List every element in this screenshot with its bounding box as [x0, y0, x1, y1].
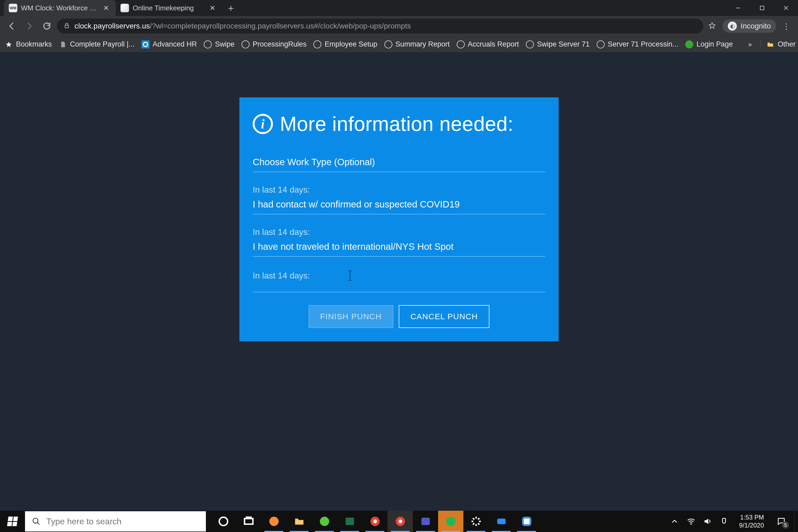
svg-point-19	[446, 517, 455, 526]
bookmarks-overflow-button[interactable]: »	[747, 41, 753, 48]
field-covid-contact[interactable]: In last 14 days: I had contact w/ confir…	[253, 185, 545, 214]
svg-point-20	[474, 519, 478, 523]
incognito-icon: ◐	[728, 22, 737, 31]
bookmarks-bar: Bookmarks Complete Payroll |... Advanced…	[0, 36, 798, 52]
finish-punch-button[interactable]: FINISH PUNCH	[308, 305, 394, 328]
incognito-badge[interactable]: ◐ Incognito	[722, 19, 776, 33]
taskbar-chrome-1[interactable]	[362, 511, 387, 532]
taskbar-search[interactable]	[25, 511, 206, 531]
taskbar-settings[interactable]	[463, 511, 489, 532]
taskbar-spotify[interactable]	[438, 511, 463, 532]
tab-wm-clock[interactable]: WM WM Clock: Workforce Managem ✕	[4, 0, 116, 16]
tab-close-icon[interactable]: ✕	[102, 4, 110, 12]
bookmark-employee-setup[interactable]: Employee Setup	[314, 40, 377, 49]
omnibox[interactable]: clock.payrollservers.us/?wl=completepayr…	[57, 19, 703, 34]
page-viewport: More information needed: Choose Work Typ…	[0, 52, 798, 511]
window-controls	[726, 0, 798, 16]
chrome-menu-button[interactable]: ⋮	[779, 19, 794, 34]
window-maximize-button[interactable]	[750, 0, 774, 16]
tab-strip: WM WM Clock: Workforce Managem ✕ Online …	[0, 0, 238, 16]
taskbar-app-green[interactable]	[312, 511, 337, 532]
window-minimize-button[interactable]	[726, 0, 750, 16]
bookmark-accruals-report[interactable]: Accruals Report	[457, 40, 519, 49]
svg-point-8	[219, 517, 228, 526]
taskbar-file-explorer[interactable]	[286, 511, 312, 532]
cortana-button[interactable]	[211, 511, 236, 532]
page-icon	[59, 40, 67, 49]
tab-favicon	[120, 4, 129, 12]
show-desktop-button[interactable]	[794, 511, 798, 532]
tray-network-icon[interactable]	[687, 517, 696, 526]
login-icon	[685, 40, 693, 49]
taskbar-clock[interactable]: 1:53 PM 9/1/2020	[736, 513, 767, 529]
cancel-punch-button[interactable]: CANCEL PUNCH	[399, 305, 490, 328]
star-icon	[5, 40, 13, 49]
field-work-type[interactable]: Choose Work Type (Optional)	[253, 154, 545, 172]
svg-rect-18	[421, 518, 430, 525]
bookmark-processing-rules[interactable]: ProcessingRules	[242, 40, 307, 49]
bookmark-server-71-processing[interactable]: Server 71 Processin...	[597, 40, 679, 49]
svg-rect-4	[65, 25, 69, 28]
svg-rect-9	[244, 519, 253, 524]
taskbar-zoom[interactable]	[489, 511, 514, 532]
svg-rect-21	[497, 519, 506, 524]
task-view-button[interactable]	[236, 511, 261, 532]
windows-logo-icon	[7, 517, 18, 526]
taskbar-firefox[interactable]	[261, 511, 286, 532]
new-tab-button[interactable]: ＋	[224, 1, 238, 15]
other-bookmarks[interactable]: Other bookmarks	[760, 40, 798, 49]
tray-overflow-icon[interactable]	[670, 517, 679, 526]
taskbar-search-input[interactable]	[46, 517, 199, 527]
bookmark-swipe[interactable]: Swipe	[204, 40, 234, 49]
svg-point-11	[269, 517, 279, 526]
bookmark-login-page[interactable]: Login Page	[685, 40, 733, 49]
taskbar-chrome-2[interactable]	[387, 511, 413, 532]
action-center-button[interactable]: 5	[775, 515, 788, 528]
bookmarks-menu[interactable]: Bookmarks	[5, 40, 52, 49]
bookmarks-label: Bookmarks	[16, 40, 52, 49]
svg-rect-13	[345, 518, 354, 525]
nav-forward-button[interactable]	[22, 19, 37, 34]
tab-online-timekeeping[interactable]: Online Timekeeping ✕	[116, 0, 222, 16]
tab-title: Online Timekeeping	[133, 4, 205, 12]
field-empty[interactable]: In last 14 days:	[253, 269, 545, 292]
taskbar-time: 1:53 PM	[739, 513, 764, 521]
nav-reload-button[interactable]	[39, 19, 54, 34]
system-tray: 1:53 PM 9/1/2020 5	[665, 511, 794, 532]
taskbar-teams[interactable]	[413, 511, 438, 532]
tray-power-icon[interactable]	[720, 517, 728, 526]
bookmark-swipe-server-71[interactable]: Swipe Server 71	[526, 40, 590, 49]
svg-line-7	[37, 522, 39, 525]
tab-close-icon[interactable]: ✕	[209, 4, 216, 12]
bookmark-complete-payroll[interactable]: Complete Payroll |...	[59, 40, 135, 49]
svg-point-12	[320, 517, 329, 526]
globe-icon	[526, 40, 534, 49]
taskbar-excel[interactable]	[337, 511, 362, 532]
browser-titlebar: WM WM Clock: Workforce Managem ✕ Online …	[0, 0, 798, 16]
globe-icon	[242, 40, 249, 49]
tray-volume-icon[interactable]	[703, 517, 712, 526]
incognito-label: Incognito	[741, 22, 771, 30]
start-button[interactable]	[0, 511, 25, 532]
field-travel[interactable]: In last 14 days: I have not traveled to …	[253, 227, 545, 257]
nav-back-button[interactable]	[4, 19, 19, 34]
lock-icon	[63, 22, 70, 30]
url-text: clock.payrollservers.us/?wl=completepayr…	[75, 22, 411, 30]
search-icon	[32, 517, 40, 526]
svg-rect-1	[760, 6, 764, 10]
notification-count: 5	[782, 521, 789, 529]
field-value: I have not traveled to international/NYS…	[253, 239, 545, 257]
info-modal: More information needed: Choose Work Typ…	[240, 97, 558, 341]
svg-point-5	[143, 42, 147, 46]
taskbar-contact[interactable]	[514, 511, 539, 532]
window-close-button[interactable]	[774, 0, 798, 16]
bookmark-advanced-hr[interactable]: Advanced HR	[141, 40, 197, 49]
ahr-icon	[141, 40, 150, 49]
bookmark-star-icon[interactable]	[708, 22, 716, 31]
address-bar: clock.payrollservers.us/?wl=completepayr…	[0, 16, 798, 36]
svg-rect-22	[523, 518, 530, 525]
svg-point-23	[690, 524, 691, 525]
bookmark-summary-report[interactable]: Summary Report	[384, 40, 450, 49]
field-value: I had contact w/ confirmed or suspected …	[253, 196, 545, 214]
text-cursor-icon	[350, 271, 350, 280]
